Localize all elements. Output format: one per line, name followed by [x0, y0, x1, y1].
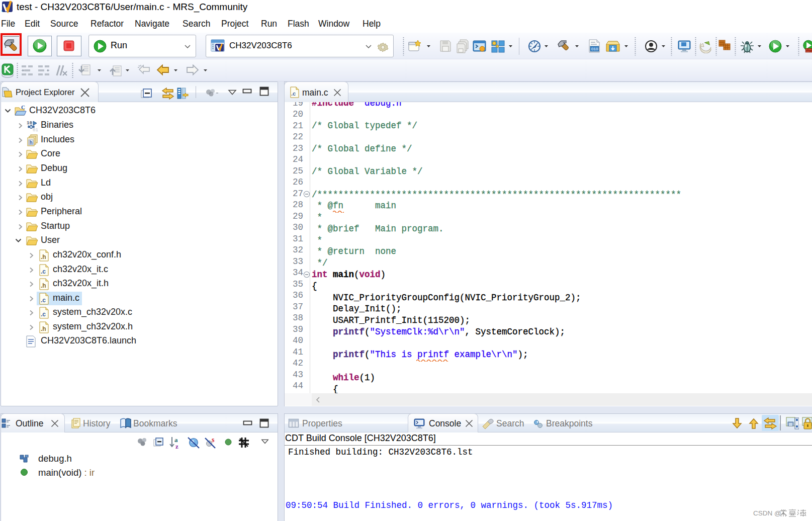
svg-text:.c: .c — [41, 311, 46, 318]
svg-text:.h: .h — [41, 253, 46, 260]
svg-text:.h: .h — [41, 282, 46, 289]
svg-text:s: s — [212, 437, 215, 444]
svg-text:.c: .c — [291, 91, 296, 97]
svg-text:01: 01 — [33, 128, 38, 132]
svg-text:.h: .h — [41, 325, 46, 332]
svg-text:.c: .c — [41, 297, 46, 304]
svg-text:010: 010 — [591, 47, 598, 51]
svg-text:C: C — [21, 105, 25, 110]
svg-text:z: z — [175, 443, 178, 449]
svg-text:.c: .c — [41, 268, 46, 275]
svg-text:h: h — [30, 140, 33, 145]
